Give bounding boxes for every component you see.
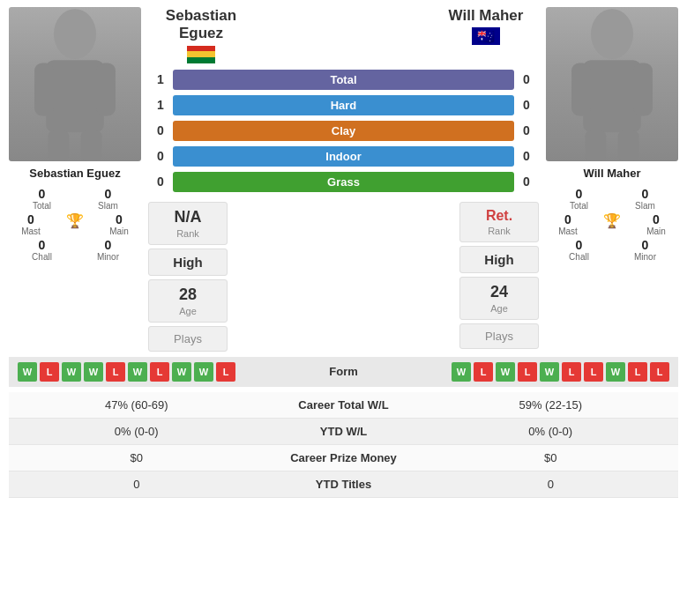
stats-table-row: 0 YTD Titles 0 bbox=[9, 471, 678, 498]
stats-center-1: YTD W/L bbox=[256, 425, 432, 438]
right-hard-score: 0 bbox=[514, 98, 539, 112]
right-panels: Ret. Rank High 24 Age Plays bbox=[459, 202, 539, 352]
right-age-block: 24 Age bbox=[459, 277, 539, 320]
left-total-label: Total bbox=[33, 201, 51, 211]
left-high-value: High bbox=[173, 255, 202, 270]
right-mast-label: Mast bbox=[558, 226, 578, 236]
right-mast-stat: 0 Mast bbox=[546, 212, 590, 236]
right-main-stat: 0 Main bbox=[634, 212, 678, 236]
right-age-label: Age bbox=[490, 303, 508, 314]
left-age-block: 28 Age bbox=[148, 279, 228, 323]
grass-row: 0 Grass 0 bbox=[148, 169, 539, 195]
left-panels: N/A Rank High 28 Age Plays bbox=[148, 202, 228, 352]
right-total-value: 0 bbox=[576, 187, 583, 201]
form-badge: W bbox=[128, 362, 147, 382]
left-main-label: Main bbox=[109, 226, 129, 236]
stats-table-row: $0 Career Prize Money $0 bbox=[9, 445, 678, 471]
panel-spacer bbox=[235, 202, 452, 352]
form-badge: W bbox=[18, 362, 37, 382]
left-rank-value: N/A bbox=[175, 208, 202, 226]
left-minor-label: Minor bbox=[97, 252, 119, 262]
stats-left-2: $0 bbox=[18, 451, 256, 464]
svg-rect-11 bbox=[618, 130, 639, 161]
form-badge: W bbox=[172, 362, 191, 382]
left-chall-value: 0 bbox=[39, 238, 46, 252]
total-surface-pill: Total bbox=[173, 70, 514, 90]
hard-row: 1 Hard 0 bbox=[148, 93, 539, 118]
lower-panels: N/A Rank High 28 Age Plays bbox=[148, 202, 539, 352]
form-badge: L bbox=[628, 362, 647, 382]
left-header-name: Sebastian Eguez bbox=[166, 7, 236, 43]
svg-rect-8 bbox=[571, 63, 591, 115]
stats-right-1: 0% (0-0) bbox=[432, 425, 670, 438]
right-plays-block: Plays bbox=[459, 323, 539, 349]
right-minor-stat: 0 Minor bbox=[624, 238, 668, 262]
svg-rect-9 bbox=[633, 63, 653, 115]
stats-left-3: 0 bbox=[18, 478, 256, 491]
indoor-surface-pill: Indoor bbox=[173, 146, 514, 167]
right-minor-label: Minor bbox=[634, 252, 656, 262]
right-player-column: Will Maher 0 Total 0 Slam 0 Mast bbox=[546, 7, 678, 352]
left-main-value: 0 bbox=[116, 212, 123, 226]
form-label: Form bbox=[282, 365, 406, 378]
right-total-stat: 0 Total bbox=[557, 187, 601, 211]
hard-surface-pill: Hard bbox=[173, 95, 514, 115]
left-age-label: Age bbox=[179, 306, 197, 316]
right-stat-row-1: 0 Total 0 Slam bbox=[546, 187, 678, 211]
surface-scores: 1 Total 0 1 Hard 0 0 Clay 0 0 bbox=[148, 67, 539, 195]
names-row: Sebastian Eguez Will Maher bbox=[148, 7, 539, 63]
right-grass-score: 0 bbox=[514, 174, 539, 189]
left-total-score: 1 bbox=[148, 72, 173, 86]
right-slam-stat: 0 Slam bbox=[624, 187, 668, 211]
right-stat-row-3: 0 Chall 0 Minor bbox=[546, 238, 678, 262]
right-slam-label: Slam bbox=[635, 201, 655, 211]
right-high-value: High bbox=[484, 252, 513, 267]
left-flag-bolivia bbox=[187, 46, 215, 63]
left-player-name: Sebastian Eguez bbox=[29, 167, 120, 180]
form-badge: L bbox=[562, 362, 581, 382]
left-age-value: 28 bbox=[179, 286, 197, 304]
left-total-stat: 0 Total bbox=[20, 187, 64, 211]
right-mast-value: 0 bbox=[564, 212, 571, 226]
right-main-label: Main bbox=[646, 226, 666, 236]
right-chall-label: Chall bbox=[569, 252, 589, 262]
form-badge: W bbox=[84, 362, 103, 382]
left-grass-score: 0 bbox=[148, 174, 173, 189]
svg-point-6 bbox=[591, 9, 633, 59]
right-minor-value: 0 bbox=[642, 238, 649, 252]
left-minor-value: 0 bbox=[105, 238, 112, 252]
right-indoor-score: 0 bbox=[514, 149, 539, 163]
stats-right-2: $0 bbox=[432, 451, 670, 464]
left-silhouette-svg bbox=[9, 7, 141, 161]
svg-rect-4 bbox=[48, 130, 69, 161]
form-section: WLWWLWLWWL Form WLWLWLLWLL bbox=[9, 357, 678, 387]
stats-left-0: 47% (60-69) bbox=[18, 398, 256, 412]
left-chall-label: Chall bbox=[32, 252, 52, 262]
left-slam-stat: 0 Slam bbox=[86, 187, 131, 211]
right-silhouette-svg bbox=[546, 7, 678, 161]
clay-surface-pill: Clay bbox=[173, 121, 514, 141]
right-main-value: 0 bbox=[653, 212, 660, 226]
form-badge: L bbox=[584, 362, 603, 382]
right-chall-value: 0 bbox=[576, 238, 583, 252]
left-player-photo bbox=[9, 7, 141, 161]
form-badge: W bbox=[606, 362, 625, 382]
right-header-name: Will Maher bbox=[449, 7, 524, 25]
left-flag-wrap bbox=[187, 46, 215, 63]
comparison-section: Sebastian Eguez 0 Total 0 Slam 0 Mast bbox=[0, 7, 687, 352]
left-rank-block: N/A Rank bbox=[148, 202, 228, 245]
right-plays-label: Plays bbox=[485, 330, 513, 343]
right-total-score: 0 bbox=[514, 72, 539, 86]
form-badge: W bbox=[194, 362, 213, 382]
left-plays-block: Plays bbox=[148, 326, 228, 352]
form-badge: L bbox=[40, 362, 59, 382]
svg-rect-1 bbox=[46, 60, 104, 132]
indoor-row: 0 Indoor 0 bbox=[148, 144, 539, 169]
right-player-photo bbox=[546, 7, 678, 161]
form-badge: L bbox=[474, 362, 493, 382]
right-clay-score: 0 bbox=[514, 123, 539, 137]
right-header: Will Maher bbox=[433, 7, 539, 45]
clay-row: 0 Clay 0 bbox=[148, 118, 539, 144]
stats-left-1: 0% (0-0) bbox=[18, 425, 256, 438]
right-form-badges: WLWLWLLWLL bbox=[406, 362, 670, 382]
